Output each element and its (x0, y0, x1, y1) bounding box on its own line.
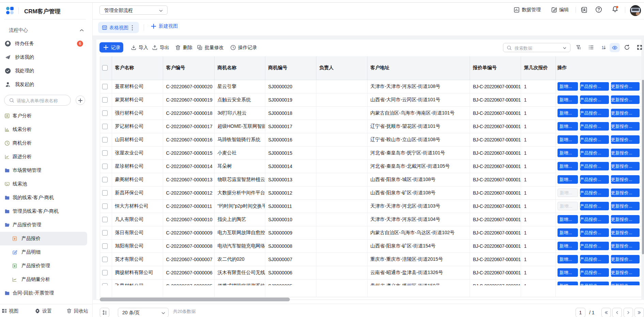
svg-text:1: 1 (602, 45, 604, 50)
